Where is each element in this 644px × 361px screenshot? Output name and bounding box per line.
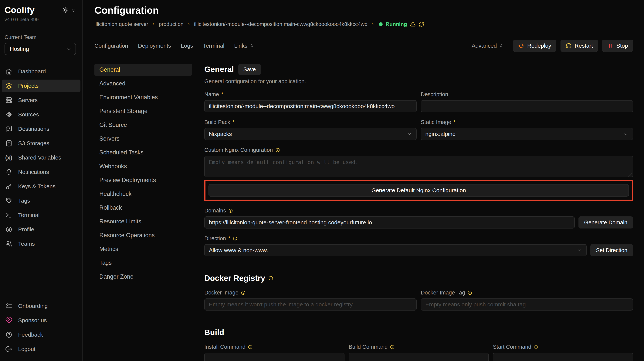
chevron-down-icon bbox=[407, 131, 412, 137]
section-title-general: General bbox=[204, 65, 234, 74]
tab-links[interactable]: Links bbox=[234, 43, 254, 49]
bell-icon bbox=[5, 168, 12, 176]
sidebar-item-sponsor-us[interactable]: Sponsor us bbox=[2, 314, 80, 326]
info-icon bbox=[275, 148, 280, 153]
sidebar-item-label: Tags bbox=[18, 197, 30, 204]
tab-configuration[interactable]: Configuration bbox=[94, 43, 128, 49]
build-pack-select[interactable]: Nixpacks bbox=[204, 128, 416, 140]
sidebar-item-terminal[interactable]: Terminal bbox=[2, 209, 80, 221]
domains-input[interactable] bbox=[204, 216, 575, 228]
sidebar-item-profile[interactable]: Profile bbox=[2, 223, 80, 236]
generate-nginx-config-button[interactable]: Generate Default Nginx Configuration bbox=[208, 184, 629, 197]
brand-row: Coolify v4.0.0-beta.399 bbox=[0, 5, 82, 23]
start-command-input[interactable] bbox=[493, 353, 633, 361]
sidebar-item-shared-variables[interactable]: (x)Shared Variables bbox=[2, 151, 80, 164]
docker-image-tag-input[interactable] bbox=[421, 298, 633, 310]
sidebar-item-dashboard[interactable]: Dashboard bbox=[2, 65, 80, 78]
sidebar-item-logout[interactable]: Logout bbox=[2, 343, 80, 355]
stop-icon bbox=[607, 43, 613, 49]
sidebar-item-label: Sources bbox=[18, 111, 39, 118]
config-nav-advanced[interactable]: Advanced bbox=[94, 78, 192, 89]
button-label: Restart bbox=[575, 43, 593, 49]
config-subnav: GeneralAdvancedEnvironment VariablesPers… bbox=[94, 64, 192, 361]
install-command-label: Install Command bbox=[204, 344, 344, 350]
name-label: Name* bbox=[204, 91, 416, 98]
breadcrumb: illicitonion quote serverproductionillic… bbox=[94, 21, 633, 27]
config-nav-danger-zone[interactable]: Danger Zone bbox=[94, 271, 192, 282]
save-button[interactable]: Save bbox=[238, 64, 260, 75]
config-nav-rollback[interactable]: Rollback bbox=[94, 202, 192, 214]
sidebar-item-teams[interactable]: Teams bbox=[2, 238, 80, 250]
terminal-icon bbox=[5, 211, 12, 219]
tab-bar: ConfigurationDeploymentsLogsTerminalLink… bbox=[94, 40, 633, 52]
section-subtitle: General configuration for your applicati… bbox=[204, 78, 633, 85]
direction-select[interactable]: Allow www & non-www. bbox=[204, 244, 586, 256]
config-nav-environment-variables[interactable]: Environment Variables bbox=[94, 92, 192, 103]
config-nav-metrics[interactable]: Metrics bbox=[94, 243, 192, 255]
breadcrumb-item[interactable]: production bbox=[159, 21, 184, 27]
redeploy-icon bbox=[518, 43, 524, 49]
config-nav-git-source[interactable]: Git Source bbox=[94, 119, 192, 131]
sidebar-item-projects[interactable]: Projects bbox=[2, 80, 80, 92]
redeploy-button[interactable]: Redeploy bbox=[513, 40, 556, 52]
tab-logs[interactable]: Logs bbox=[181, 43, 193, 49]
config-nav-scheduled-tasks[interactable]: Scheduled Tasks bbox=[94, 147, 192, 158]
sidebar-item-sources[interactable]: Sources bbox=[2, 108, 80, 121]
sidebar-item-keys-tokens[interactable]: Keys & Tokens bbox=[2, 180, 80, 193]
app-root: Coolify v4.0.0-beta.399 Current Team Hos… bbox=[0, 0, 644, 361]
config-nav-servers[interactable]: Servers bbox=[94, 133, 192, 145]
theme-switcher[interactable] bbox=[62, 7, 76, 14]
sun-icon[interactable] bbox=[62, 7, 69, 14]
description-input[interactable] bbox=[421, 100, 633, 112]
generate-domain-button[interactable]: Generate Domain bbox=[578, 216, 633, 228]
config-nav-webhooks[interactable]: Webhooks bbox=[94, 160, 192, 172]
sidebar-item-label: S3 Storages bbox=[18, 140, 49, 147]
chevrons-up-down-icon[interactable] bbox=[71, 8, 76, 13]
config-nav-persistent-storage[interactable]: Persistent Storage bbox=[94, 105, 192, 117]
sidebar-item-tags[interactable]: Tags bbox=[2, 194, 80, 207]
status-dot bbox=[379, 22, 382, 26]
advanced-dropdown-label: Advanced bbox=[472, 43, 497, 49]
database-icon bbox=[5, 140, 12, 147]
config-nav-general[interactable]: General bbox=[94, 64, 192, 76]
config-nav-healthcheck[interactable]: Healthcheck bbox=[94, 188, 192, 200]
stop-button[interactable]: Stop bbox=[602, 40, 633, 52]
install-command-input[interactable] bbox=[204, 353, 344, 361]
sidebar-item-feedback[interactable]: Feedback bbox=[2, 328, 80, 341]
set-direction-button[interactable]: Set Direction bbox=[590, 244, 633, 256]
restart-button[interactable]: Restart bbox=[560, 40, 598, 52]
config-nav-preview-deployments[interactable]: Preview Deployments bbox=[94, 174, 192, 186]
chevron-down-icon bbox=[66, 46, 72, 52]
config-nav-resource-operations[interactable]: Resource Operations bbox=[94, 229, 192, 241]
static-image-select[interactable]: nginx:alpine bbox=[421, 128, 633, 140]
docker-image-input[interactable] bbox=[204, 298, 416, 310]
sidebar-item-notifications[interactable]: Notifications bbox=[2, 166, 80, 178]
sidebar-item-destinations[interactable]: Destinations bbox=[2, 123, 80, 135]
sidebar-item-s3-storages[interactable]: S3 Storages bbox=[2, 137, 80, 150]
tab-deployments[interactable]: Deployments bbox=[138, 43, 171, 49]
sidebar-item-onboarding[interactable]: Onboarding bbox=[2, 300, 80, 312]
user-circle-icon bbox=[5, 226, 12, 233]
direction-label: Direction* bbox=[204, 235, 633, 242]
team-select[interactable]: Hosting bbox=[4, 43, 76, 55]
textarea-resize-handle[interactable] bbox=[628, 173, 632, 177]
build-command-label: Build Command bbox=[349, 344, 489, 350]
build-command-input[interactable] bbox=[349, 353, 489, 361]
tab-terminal[interactable]: Terminal bbox=[203, 43, 224, 49]
name-input[interactable] bbox=[204, 100, 416, 112]
config-nav-resource-limits[interactable]: Resource Limits bbox=[94, 216, 192, 227]
tab-actions: Advanced RedeployRestartStop bbox=[472, 40, 633, 52]
sidebar-item-label: Sponsor us bbox=[18, 317, 47, 323]
config-nav-tags[interactable]: Tags bbox=[94, 257, 192, 269]
sidebar-item-servers[interactable]: Servers bbox=[2, 94, 80, 106]
custom-nginx-textarea[interactable] bbox=[204, 156, 633, 177]
advanced-dropdown[interactable]: Advanced bbox=[472, 43, 504, 49]
breadcrumb-item[interactable]: illicitestonion/-module--decomposition:m… bbox=[194, 21, 368, 27]
status-running-link[interactable]: Running bbox=[386, 21, 407, 27]
breadcrumb-item[interactable]: illicitonion quote server bbox=[94, 21, 148, 27]
refresh-status-icon[interactable] bbox=[419, 21, 424, 27]
chevrons-up-down-icon bbox=[499, 43, 504, 48]
page-title: Configuration bbox=[94, 5, 633, 16]
checklist-icon bbox=[5, 302, 12, 310]
button-label: Redeploy bbox=[527, 43, 551, 49]
